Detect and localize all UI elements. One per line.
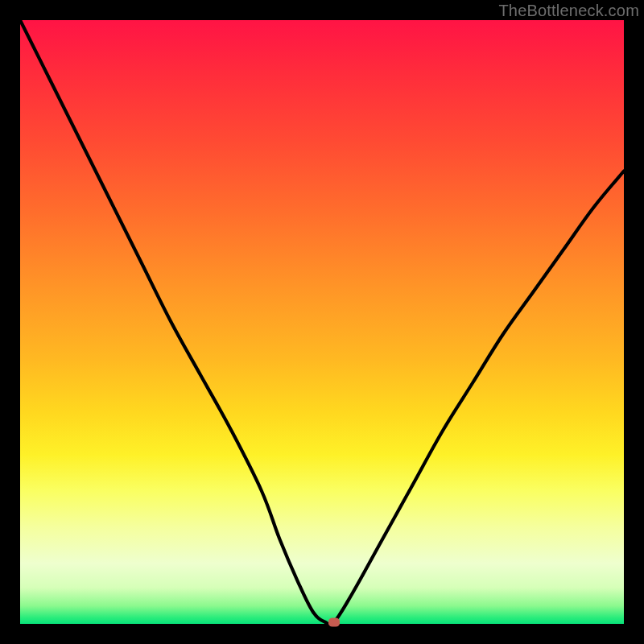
watermark-text: TheBottleneck.com <box>498 2 639 20</box>
plot-area <box>20 20 624 624</box>
curve-path <box>20 20 624 625</box>
minimum-marker <box>328 617 340 626</box>
bottleneck-curve <box>20 20 624 624</box>
chart-frame: TheBottleneck.com <box>0 0 644 644</box>
